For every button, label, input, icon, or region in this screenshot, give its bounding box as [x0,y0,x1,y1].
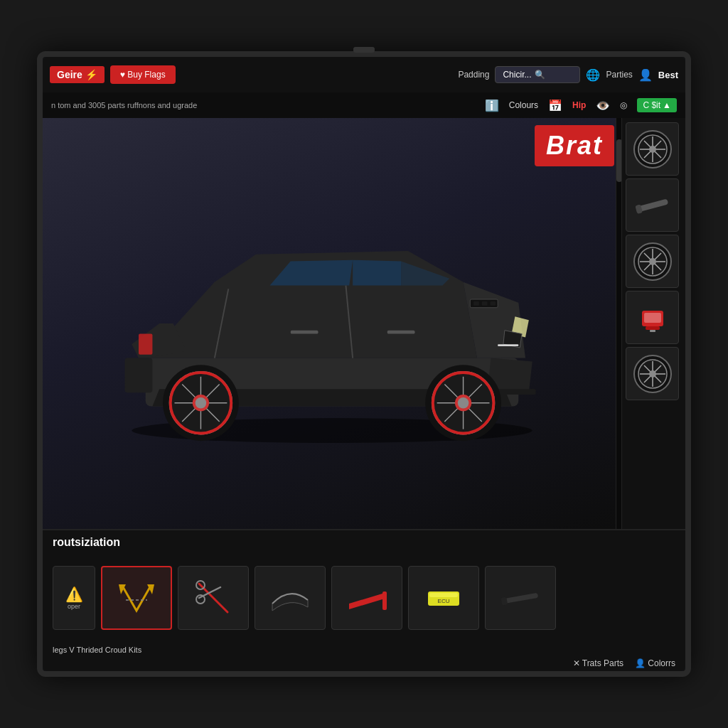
user-icon: 👤 [638,68,653,82]
subtitle-text: n tom and 3005 parts ruffnons and ugrade [51,101,197,109]
bottom-section: routsiziation ⚠️ oper [43,529,685,671]
scrollbar-thumb[interactable] [616,139,621,182]
part-thumb-wheel2[interactable] [626,235,679,288]
info-icon: ℹ️ [485,99,499,112]
eye-icon: 👁️ [596,99,610,112]
part-item-rod[interactable] [485,566,556,630]
search-box[interactable]: Chicir... 🔍 [495,66,580,83]
car-svg [90,188,574,459]
colorrs-button[interactable]: 👤 Colorrs [635,658,675,668]
svg-point-38 [649,146,656,153]
warn-label: oper [68,603,80,610]
svg-rect-64 [382,592,387,610]
search-icon: 🔍 [535,70,545,80]
up-arrow-icon: ▲ [663,100,671,110]
secondary-navigation: n tom and 3005 parts ruffnons and ugrade… [43,92,685,118]
svg-point-23 [196,397,207,409]
vkit-icon [115,579,158,618]
wheel3-icon [631,353,674,395]
monitor-top-bar [353,47,375,53]
svg-point-47 [649,258,656,265]
svg-rect-31 [498,344,518,346]
rod-icon [499,579,542,618]
svg-point-58 [649,370,656,378]
wheel1-icon [631,128,674,171]
svg-text:ECU: ECU [438,598,450,604]
viewport-scrollbar[interactable] [616,118,621,529]
car-viewport: Brat [43,118,621,529]
wheel2-icon [631,240,674,283]
buy-flags-button[interactable]: ♥ Buy Flags [110,65,176,84]
parties-button[interactable]: Parties [606,70,632,80]
currency-button[interactable]: C $it ▲ [637,98,677,112]
parts-carousel: ⚠️ oper [43,552,685,644]
view-button[interactable]: ◎ [620,100,627,110]
main-content: Brat [43,118,685,529]
part-item-warning[interactable]: ⚠️ oper [53,566,95,630]
fender-icon [265,579,315,618]
brat-badge: Brat [535,125,614,166]
bottom-footer: ✕ Trats Parts 👤 Colorrs [43,655,685,671]
car-container [90,188,574,459]
calendar-icon: 📅 [548,99,562,112]
svg-rect-51 [650,330,655,332]
blade-icon [346,579,388,618]
svg-rect-6 [125,358,153,393]
part-thumb-device[interactable] [626,291,679,344]
globe-icon: 🌐 [586,68,600,82]
part-item-blade[interactable] [331,566,402,630]
part-item-fender[interactable] [255,566,326,630]
block-icon: ECU [422,579,465,618]
hip-button[interactable]: Hip [572,100,586,110]
pipe-icon [631,184,674,227]
right-parts-panel [621,118,685,529]
svg-rect-26 [473,301,479,306]
search-text: Chicir... [503,70,531,80]
currency-label: C $it [643,100,660,110]
svg-rect-66 [429,593,458,597]
scissors-icon [192,577,235,619]
logo-text: Geire [57,69,82,80]
svg-rect-30 [387,331,415,334]
svg-rect-49 [644,313,661,323]
part-item-vkit[interactable] [101,566,172,630]
svg-rect-50 [646,326,660,330]
logo-icon: ⚡ [85,69,97,80]
device-icon [631,296,674,339]
screen: Geire ⚡ ♥ Buy Flags Padding Chicir... 🔍 … [43,57,685,671]
part-thumb-wheel3[interactable] [626,347,679,400]
part-thumb-wheel1[interactable] [626,122,679,176]
part-thumb-pipe[interactable] [626,178,679,232]
svg-rect-28 [490,301,496,306]
part-item-block[interactable]: ECU [408,566,479,630]
svg-rect-27 [482,301,488,306]
selected-part-name: legs V Thrided Croud Kits [43,644,685,655]
svg-rect-4 [139,334,152,355]
best-label: Best [658,70,678,80]
padding-label: Padding [458,70,489,80]
svg-rect-68 [503,592,538,604]
part-item-scissors[interactable] [178,566,249,630]
svg-rect-29 [291,331,318,334]
warning-icon: ⚠️ [65,586,83,603]
colors-button[interactable]: Colours [509,100,538,110]
bottom-title: routsiziation [43,530,685,552]
traits-parts-button[interactable]: ✕ Trats Parts [573,658,623,668]
svg-point-14 [458,397,469,409]
svg-rect-69 [500,596,508,605]
logo: Geire ⚡ [50,66,105,83]
monitor-frame: Geire ⚡ ♥ Buy Flags Padding Chicir... 🔍 … [37,51,691,677]
top-navigation: Geire ⚡ ♥ Buy Flags Padding Chicir... 🔍 … [43,57,685,92]
